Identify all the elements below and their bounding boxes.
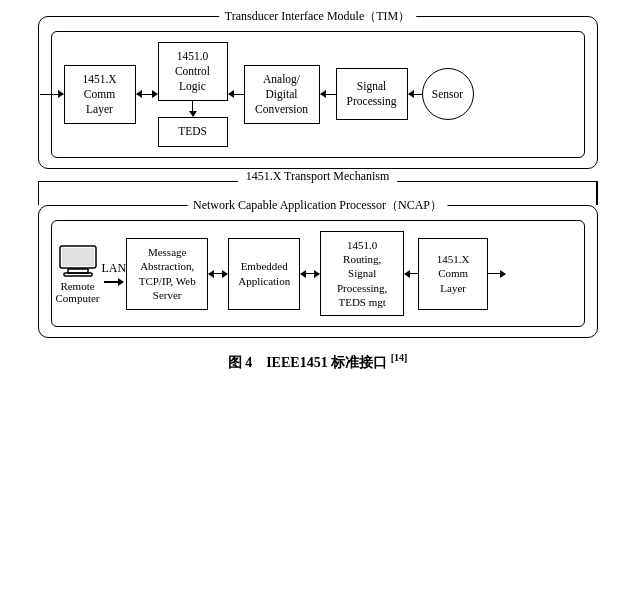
computer-icon — [56, 244, 100, 278]
ncap-comm-layer-block: 1451.X Comm Layer — [418, 238, 488, 310]
ncap-right-out-arrow — [488, 270, 506, 278]
message-to-embedded-arrow — [208, 270, 228, 278]
remote-label: Remote Computer — [56, 280, 100, 304]
embedded-block: Embedded Application — [228, 238, 300, 310]
ncap-inner-box: Remote Computer LAN Message Abstraction,… — [51, 220, 585, 327]
comm-to-routing-arrow — [404, 270, 418, 278]
signal-processing-block: Signal Processing — [336, 68, 408, 120]
analog-digital-block: Analog/ Digital Conversion — [244, 65, 320, 124]
svg-rect-3 — [62, 248, 94, 266]
signal-to-analog-arrow — [320, 90, 336, 98]
transport-label: 1451.X Transport Mechanism — [238, 169, 398, 184]
embedded-to-routing-arrow — [300, 270, 320, 278]
message-block: Message Abstraction, TCP/IP, Web Server — [126, 238, 208, 310]
diagram: Transducer Interface Module（TIM） 1451.X … — [20, 16, 615, 372]
control-teds-arrow — [189, 101, 197, 117]
lan-to-message-arrow — [104, 278, 124, 286]
ncap-outer-box: Network Capable Application Processor（NC… — [38, 205, 598, 338]
figure-caption: 图 4 IEEE1451 标准接口 [14] — [228, 352, 408, 372]
tim-inner-box: 1451.X Comm Layer 1451.0 Control Logic — [51, 31, 585, 158]
lan-label: LAN — [102, 261, 127, 276]
tim-left-in-arrow — [40, 90, 64, 98]
tim-outer-box: Transducer Interface Module（TIM） 1451.X … — [38, 16, 598, 169]
routing-block: 1451.0 Routing, Signal Processing, TEDS … — [320, 231, 404, 316]
ncap-label: Network Capable Application Processor（NC… — [187, 197, 448, 214]
analog-to-control-arrow — [228, 90, 244, 98]
remote-computer-section: Remote Computer — [56, 244, 100, 304]
tim-label: Transducer Interface Module（TIM） — [219, 8, 417, 25]
sensor-circle: Sensor — [422, 68, 474, 120]
comm-to-control-arrow — [136, 90, 158, 98]
svg-rect-2 — [64, 273, 92, 276]
lan-arrow-section: LAN — [102, 261, 127, 286]
comm-layer-block: 1451.X Comm Layer — [64, 65, 136, 124]
teds-block: TEDS — [158, 117, 228, 147]
control-teds-column: 1451.0 Control Logic TEDS — [158, 42, 228, 147]
sensor-to-signal-arrow — [408, 90, 422, 98]
control-logic-block: 1451.0 Control Logic — [158, 42, 228, 101]
